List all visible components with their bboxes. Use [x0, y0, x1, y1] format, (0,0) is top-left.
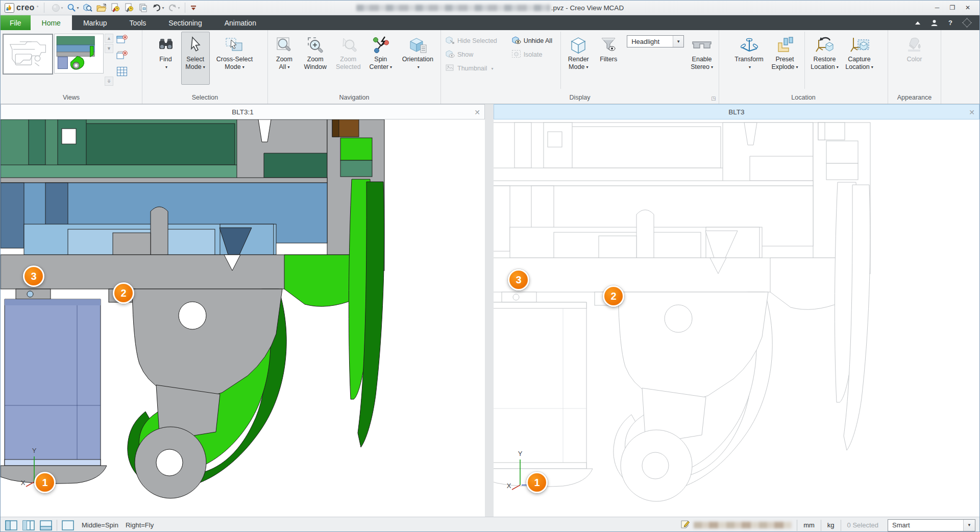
close-icon[interactable]: ✕ [961, 3, 974, 13]
update-view-icon[interactable] [116, 51, 128, 62]
open-folder-icon[interactable] [95, 3, 108, 13]
layout-single-pane-icon[interactable] [61, 520, 75, 531]
selection-filter-combobox[interactable]: Smart ▼ [888, 519, 975, 531]
customize-toolbar-icon[interactable] [189, 4, 198, 12]
layout-three-pane-icon[interactable] [22, 520, 35, 531]
tab-home[interactable]: Home [31, 15, 72, 30]
tab-file[interactable]: File [1, 15, 31, 30]
balloon-1[interactable]: 1 [526, 472, 548, 493]
group-label-display: Display [441, 93, 719, 104]
mouse-hint-right: Right=Fly [126, 521, 154, 529]
restore-location-button[interactable]: Restore Location▾ [808, 32, 842, 85]
views-expand-gallery-icon[interactable]: ⤋ [105, 77, 113, 86]
viewport-left-close-icon[interactable]: ✕ [474, 105, 480, 120]
zoom-box-icon[interactable] [81, 2, 94, 13]
redo-icon[interactable]: ▾ [166, 3, 181, 13]
headlight-combobox[interactable]: Headlight ▼ [627, 35, 684, 47]
hide-selected-button[interactable]: Hide Selected [443, 35, 508, 46]
creo-logo: creo° [5, 3, 38, 13]
shaded-3d-view[interactable]: YXZ321 [1, 119, 485, 517]
quick-access-toolbar: ▾ ▾ ▾ ▾ [50, 2, 198, 13]
search-model-icon[interactable]: ▾ [65, 2, 80, 13]
render-mode-cube-icon [569, 34, 587, 56]
cross-select-icon [225, 34, 244, 56]
binoculars-icon [158, 34, 174, 56]
new-view-icon[interactable] [116, 35, 128, 46]
viewport-splitter[interactable] [485, 104, 494, 517]
capture-location-button[interactable]: Capture Location▾ [843, 32, 876, 85]
collapse-ribbon-icon[interactable] [913, 18, 922, 28]
balloon-2[interactable]: 2 [113, 282, 134, 304]
tab-markup[interactable]: Markup [72, 15, 118, 30]
views-scroll-up-icon[interactable]: ▲ [105, 34, 113, 43]
viewport-left-title: BLT3:1 [1, 108, 484, 116]
status-bar: Middle=Spin Right=Fly mm kg 0 Selected S… [1, 517, 979, 532]
user-icon[interactable] [929, 18, 939, 28]
viewport-right-titlebar: BLT3 ✕ [494, 104, 979, 119]
cross-select-mode-button[interactable]: Cross-Select Mode▾ [211, 32, 259, 85]
display-options-launcher-icon[interactable]: ◳ [710, 95, 717, 102]
zoom-window-icon [307, 34, 324, 56]
undo-icon[interactable]: ▾ [151, 3, 165, 13]
show-button[interactable]: Show [443, 49, 508, 60]
copy-pages-icon[interactable] [137, 2, 150, 13]
viewport-left: BLT3:1 ✕ YXZ321 [1, 104, 485, 517]
group-label-location: Location [719, 93, 888, 104]
globe-icon[interactable]: ▾ [50, 3, 64, 13]
annotation-add-icon[interactable] [123, 2, 136, 13]
balloon-3[interactable]: 3 [508, 269, 529, 291]
maximize-icon[interactable]: ❐ [946, 3, 959, 13]
selection-filter-dropdown-icon[interactable]: ▼ [963, 520, 975, 531]
viewport-left-titlebar: BLT3:1 ✕ [1, 104, 485, 119]
zoom-selected-button[interactable]: Zoom Selected [332, 32, 365, 85]
tab-tools[interactable]: Tools [118, 15, 158, 30]
layout-horizontal-split-icon[interactable] [39, 520, 53, 531]
zoom-window-button[interactable]: Zoom Window [300, 32, 331, 85]
preset-explode-button[interactable]: Preset Explode▾ [769, 32, 801, 85]
thumbnail-button[interactable]: Thumbnail▾ [443, 63, 508, 74]
orientation-button[interactable]: Orientation ▾ [397, 32, 438, 85]
spin-center-button[interactable]: Spin Center▾ [365, 32, 396, 85]
headlight-dropdown-icon[interactable]: ▼ [673, 36, 683, 47]
viewport-right-close-icon[interactable]: ✕ [969, 105, 975, 120]
tab-sectioning[interactable]: Sectioning [157, 15, 213, 30]
wireframe-3d-view[interactable]: YXZ321 [494, 119, 979, 517]
enable-stereo-button[interactable]: Enable Stereo▾ [687, 32, 717, 85]
redacted-document-name [356, 5, 550, 11]
gem-icon[interactable] [962, 18, 971, 28]
filters-button[interactable]: Filters [594, 32, 623, 85]
thumbnail-icon [445, 64, 455, 74]
hide-selected-icon [445, 36, 455, 46]
viewport-left-canvas: YXZ321 [1, 119, 485, 517]
spin-center-icon [372, 34, 390, 56]
annotation-edit-icon[interactable] [109, 2, 122, 13]
tab-animation[interactable]: Animation [213, 15, 267, 30]
minimize-icon[interactable]: ─ [930, 3, 944, 13]
creo-logo-icon [5, 3, 14, 13]
balloon-1[interactable]: 1 [34, 472, 56, 493]
creo-view-window: creo° ▾ ▾ ▾ ▾ .pvz - Creo View MCAD ─ [0, 0, 980, 532]
ribbon-group-appearance: Color Appearance [888, 30, 941, 104]
isolate-button[interactable]: Isolate [509, 49, 558, 60]
zoom-all-button[interactable]: Zoom All▾ [270, 32, 299, 85]
view-thumbnail-shaded[interactable] [54, 34, 104, 74]
note-edit-icon [680, 520, 691, 530]
length-unit: mm [797, 520, 821, 531]
find-button[interactable]: Find ▾ [152, 32, 180, 85]
svg-text:Y: Y [32, 447, 37, 454]
transform-button[interactable]: Transform ▾ [731, 32, 768, 85]
title-bar: creo° ▾ ▾ ▾ ▾ .pvz - Creo View MCAD ─ [1, 1, 979, 15]
unhide-all-button[interactable]: Unhide All [509, 35, 558, 46]
help-icon[interactable]: ? [946, 18, 955, 28]
views-scroll-down-icon[interactable]: ▼ [105, 44, 113, 53]
color-button[interactable]: Color [900, 32, 929, 85]
layout-two-pane-icon[interactable] [5, 520, 18, 531]
select-mode-button[interactable]: Select Mode▾ [181, 32, 210, 85]
render-mode-button[interactable]: Render Mode▾ [564, 32, 593, 85]
transform-axes-icon [740, 34, 759, 56]
redacted-status-text [694, 522, 792, 528]
balloon-2[interactable]: 2 [603, 285, 624, 307]
view-gallery-icon[interactable] [116, 66, 128, 78]
view-thumbnail-wireframe[interactable] [3, 34, 53, 75]
balloon-3[interactable]: 3 [23, 265, 44, 287]
